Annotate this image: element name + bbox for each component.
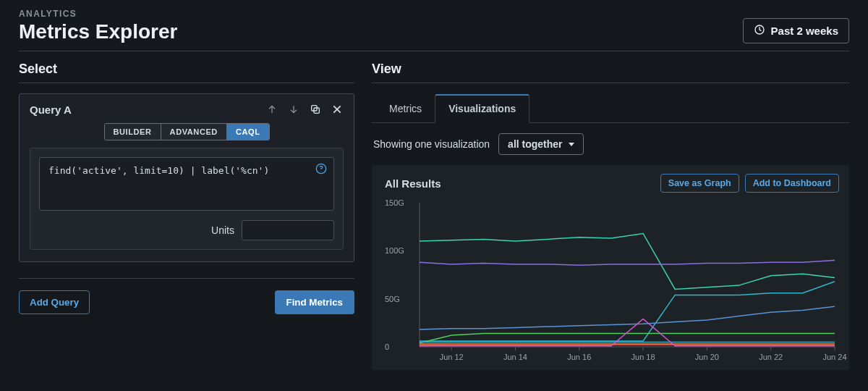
viz-grouping-label: all together (508, 138, 562, 150)
series-blue-slow (420, 306, 835, 329)
svg-point-4 (321, 171, 322, 172)
view-tab-metrics[interactable]: Metrics (376, 96, 435, 122)
duplicate-icon[interactable] (309, 103, 322, 116)
chart-card: All Results Save as Graph Add to Dashboa… (372, 165, 849, 370)
chevron-down-icon (569, 143, 574, 146)
time-range-button[interactable]: Past 2 weeks (743, 18, 849, 43)
move-down-icon[interactable] (287, 103, 300, 116)
save-as-graph-button[interactable]: Save as Graph (660, 174, 739, 193)
view-section-title: View (372, 62, 849, 83)
query-mode-tab-advanced[interactable]: ADVANCED (161, 124, 227, 140)
find-metrics-button[interactable]: Find Metrics (275, 290, 355, 314)
caql-query-input[interactable] (39, 157, 334, 211)
page-title: Metrics Explorer (19, 20, 177, 43)
clock-icon (754, 24, 765, 38)
query-mode-tabs: BUILDERADVANCEDCAQL (104, 123, 270, 140)
help-icon[interactable] (315, 163, 327, 175)
viz-grouping-dropdown[interactable]: all together (498, 133, 583, 155)
breadcrumb: ANALYTICS (19, 9, 177, 19)
query-card: Query A (19, 93, 354, 262)
time-range-label: Past 2 weeks (771, 25, 838, 37)
add-to-dashboard-button[interactable]: Add to Dashboard (745, 174, 839, 193)
series-purple (420, 261, 835, 266)
view-tabs: MetricsVisualizations (372, 93, 849, 123)
select-section-title: Select (19, 62, 354, 83)
chart-plot: 050G100G150GJun 12Jun 14Jun 16Jun 18Jun … (382, 200, 839, 363)
query-mode-tab-caql[interactable]: CAQL (227, 124, 269, 140)
series-teal-high (420, 234, 835, 290)
close-icon[interactable] (331, 103, 344, 116)
units-label: Units (211, 224, 234, 236)
query-card-title: Query A (30, 104, 72, 116)
query-mode-tab-builder[interactable]: BUILDER (105, 124, 161, 140)
units-input[interactable] (242, 220, 334, 240)
chart-title: All Results (385, 177, 441, 190)
view-tab-visualizations[interactable]: Visualizations (435, 94, 529, 123)
add-query-button[interactable]: Add Query (19, 290, 90, 314)
move-up-icon[interactable] (265, 103, 278, 116)
viz-summary-text: Showing one visualization (373, 138, 490, 150)
